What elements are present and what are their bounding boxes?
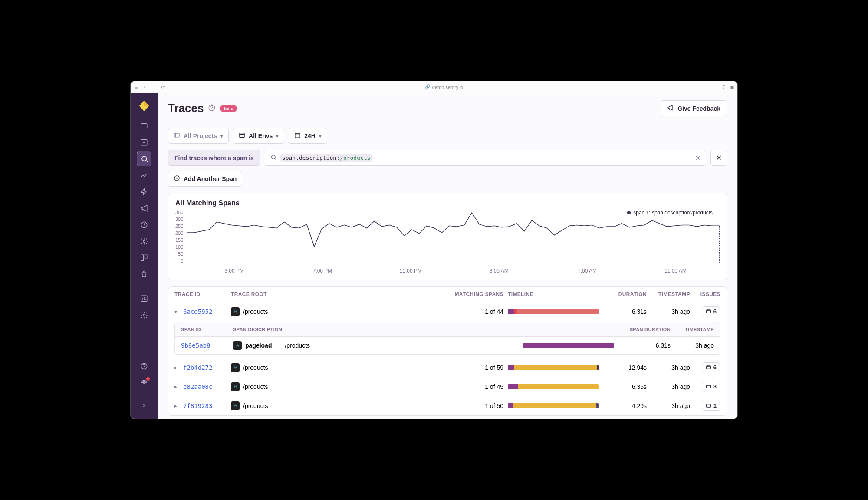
table-row[interactable]: ▸e82aa08c ⚛/products 1 of 45 6.35s 3h ag… [168,377,727,396]
search-input[interactable]: span.description:/products ✕ [265,150,706,166]
trace-id-link[interactable]: f2b4d272 [183,364,212,371]
nav-projects-icon[interactable] [137,118,151,133]
reload-icon[interactable]: ⟳ [161,84,165,90]
nav-announce-icon[interactable] [137,201,151,216]
envs-filter[interactable]: All Envs ▾ [233,128,284,144]
col-duration: DURATION [603,291,647,297]
timestamp-text: 3h ago [651,383,690,390]
beta-badge: beta [220,105,237,112]
nav-perf-icon[interactable] [137,184,151,199]
duration-text: 6.35s [603,383,647,390]
help-icon[interactable] [137,359,151,374]
query-token[interactable]: span.description:/products [280,154,372,162]
nav-stats-icon[interactable] [137,291,151,306]
clear-icon[interactable]: ✕ [695,155,700,161]
traces-table: TRACE ID TRACE ROOT MATCHING SPANS TIMEL… [168,286,727,416]
duration-text: 6.31s [603,308,647,315]
svg-rect-21 [706,404,710,408]
chart-line[interactable] [187,210,720,263]
trace-id-link[interactable]: e82aa08c [183,383,212,390]
legend-dot-icon [627,211,631,214]
x-axis: 3:00 PM7:00 PM11:00 PM3:00 AM7:00 AM11:0… [190,268,720,274]
chart-legend: span 1: span.description:/products [627,210,713,216]
page-help-icon[interactable] [208,104,216,113]
link-icon: 🔗 [424,84,431,90]
span-op: pageload [245,342,272,349]
expand-icon[interactable]: ▸ [174,365,180,371]
nav-alerts-icon[interactable] [137,234,151,249]
search-hint: Find traces where a span is [168,150,260,166]
tabs-icon[interactable]: ▣ [730,84,734,90]
trace-root-text: /products [243,308,268,315]
page-title: Traces [168,102,204,115]
sidebar-toggle-icon[interactable]: ▤ [134,84,138,90]
give-feedback-button[interactable]: Give Feedback [661,100,727,116]
platform-icon: ⚛ [233,341,242,350]
table-row[interactable]: ▾6acd5952 ⚛/products 1 of 44 6.31s 3h ag… [168,302,727,321]
svg-rect-20 [706,385,710,388]
platform-icon: ⚛ [231,307,240,316]
span-duration: 6.31s [618,342,671,349]
timestamp-text: 3h ago [651,402,690,409]
span-id-link[interactable]: 9b8e5ab8 [181,342,210,349]
collapse-icon[interactable] [137,398,151,413]
trace-id-link[interactable]: 7f819283 [183,402,212,409]
trace-id-link[interactable]: 6acd5952 [183,308,212,315]
span-timestamp: 3h ago [675,342,714,349]
span-path: /products [285,342,310,349]
close-search-button[interactable]: ✕ [710,150,727,166]
browser-toolbar: ▤ ← → ⟳ 🔗 demo.sentry.io ⤴ ▣ [131,81,737,93]
svg-point-4 [143,240,145,243]
issues-badge[interactable]: 6 [702,362,720,372]
add-span-button[interactable]: Add Another Span [168,171,242,187]
expand-icon[interactable]: ▸ [174,403,180,409]
svg-rect-5 [141,255,143,261]
timeline-bar [508,309,599,314]
timestamp-text: 3h ago [651,308,690,315]
sidebar [131,93,158,419]
duration-text: 4.29s [603,402,647,409]
nav-issues-icon[interactable] [137,135,151,150]
matching-spans: 1 of 44 [451,308,503,315]
issues-badge[interactable]: 3 [702,382,720,391]
expand-icon[interactable]: ▾ [174,309,180,315]
broadcast-icon[interactable] [137,375,151,390]
issues-badge[interactable]: 1 [702,401,720,411]
expand-icon[interactable]: ▸ [174,384,180,390]
nav-releases-icon[interactable] [137,250,151,265]
svg-rect-19 [706,366,710,369]
col-matching: MATCHING SPANS [451,291,503,297]
time-filter[interactable]: 24H ▾ [289,128,327,144]
megaphone-icon [667,104,674,112]
nav-explore-icon[interactable] [137,151,151,166]
nav-settings-icon[interactable] [137,308,151,322]
share-icon[interactable]: ⤴ [723,84,725,90]
col-trace-id: TRACE ID [174,291,227,297]
nav-activity-icon[interactable] [137,217,151,232]
timeline-bar [508,384,599,389]
matching-spans: 1 of 59 [451,364,503,371]
chart-title: All Matching Spans [175,199,720,207]
forward-icon[interactable]: → [152,84,157,90]
platform-icon: ⚛ [231,363,240,372]
back-icon[interactable]: ← [143,84,148,90]
plus-circle-icon [174,175,180,183]
col-timestamp: TIMESTAMP [651,291,690,297]
projects-filter[interactable]: All Projects ▾ [168,128,229,144]
col-timeline: TIMELINE [508,291,599,297]
platform-icon: ⚛ [231,382,240,391]
svg-point-10 [144,382,145,384]
nav-bag-icon[interactable] [137,267,151,282]
nav-dash-icon[interactable] [137,168,151,183]
sentry-logo[interactable] [138,99,151,112]
timeline-bar [508,403,599,408]
svg-rect-0 [141,124,147,128]
table-row[interactable]: ▸7f819283 ⚛/products 1 of 50 4.29s 3h ag… [168,396,727,415]
svg-rect-14 [295,133,300,138]
issues-badge[interactable]: 6 [702,306,720,316]
chevron-down-icon: ▾ [319,133,322,139]
chevron-down-icon: ▾ [220,133,223,139]
svg-point-8 [143,314,145,316]
table-row[interactable]: ▸f2b4d272 ⚛/products 1 of 59 12.94s 3h a… [168,358,727,377]
trace-root-text: /products [243,383,268,390]
